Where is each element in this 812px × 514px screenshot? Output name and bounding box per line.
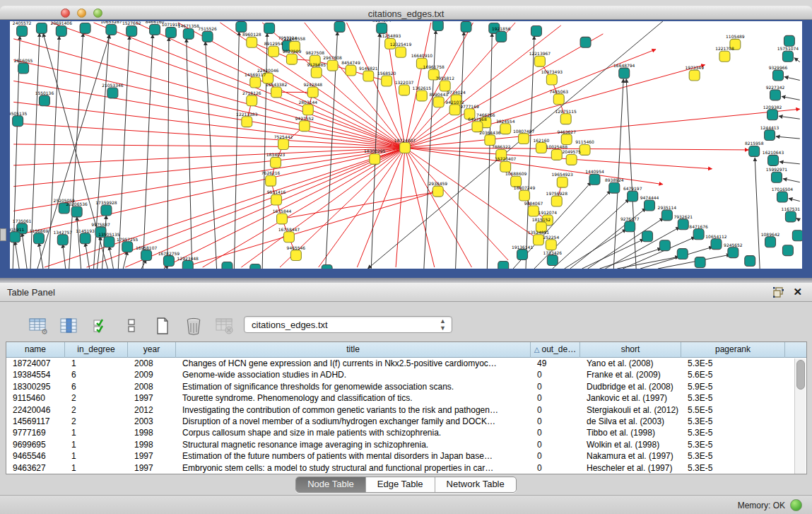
graph-node[interactable]: 1973349 [685,65,704,81]
graph-node[interactable]: 8938924 [605,177,624,193]
graph-node[interactable] [433,21,443,30]
graph-node[interactable]: 10807487 [513,129,535,144]
graph-node[interactable] [642,231,653,242]
graph-node[interactable]: 1440954 [585,169,604,185]
graph-node[interactable] [782,245,793,256]
graph-node[interactable] [250,264,261,269]
graph-node[interactable]: 8134074 [372,21,392,33]
table-row[interactable]: 2242004622012Investigating the contribut… [6,404,806,416]
table-row[interactable]: 911546021997Tourette syndrome. Phenomeno… [6,392,806,404]
graph-node[interactable]: 6479197 [623,186,642,201]
graph-node[interactable]: 1089642 [761,232,780,247]
vertical-scrollbar[interactable] [794,358,806,474]
create-column-icon[interactable] [153,316,172,336]
scrollbar-thumb[interactable] [796,360,805,390]
graph-node[interactable] [322,265,332,269]
table-row[interactable]: 1938455462009Genome-wide association stu… [6,369,806,380]
table-row[interactable]: 1872400712008Changes of HCN gene express… [6,358,806,369]
graph-node[interactable]: 1221708 [715,46,734,62]
row-height-icon[interactable] [122,316,141,336]
graph-node[interactable]: 1733426 [543,250,563,266]
table-row[interactable]: 946554611997Estimation of the future num… [6,450,806,462]
graph-node[interactable]: 19756928 [546,191,568,206]
graph-node[interactable]: 9463627 [557,129,576,145]
graph-node[interactable]: 19136141 [512,245,534,260]
graph-node[interactable]: 2938459 [428,181,447,197]
graph-node[interactable]: 7485063 [550,89,569,105]
graph-node[interactable]: 10688609 [505,171,527,187]
float-panel-icon[interactable] [773,287,784,298]
table-row[interactable]: 1456911722003Disruption of a novel membe… [6,416,806,427]
graph-node[interactable]: 20364436 [479,130,501,146]
graph-node[interactable]: 9531416 [267,189,286,205]
graph-node[interactable]: 17016504 [772,187,794,202]
graph-node[interactable]: 15720407 [495,156,517,172]
table-mode-icon[interactable]: ⚙ [28,316,48,336]
graph-node[interactable] [659,240,670,251]
graph-node[interactable] [36,23,47,33]
graph-node[interactable]: 19654923 [552,172,574,187]
graph-node[interactable]: 12213967 [529,51,551,66]
graph-node[interactable] [784,35,794,46]
graph-node[interactable]: 16543382 [266,82,288,98]
graph-node[interactable]: 12975115 [555,109,577,124]
network-view[interactable]: 1872400724055722069140610653287152760284… [10,21,802,269]
column-header-out_degree[interactable]: △out_de… [531,342,580,358]
graph-node[interactable]: 16648794 [613,63,635,78]
graph-node[interactable]: 1342757 [54,230,73,245]
graph-node[interactable] [498,262,509,269]
table-row[interactable]: 946362711997Embryonic stem cells: a mode… [6,462,806,474]
graph-node[interactable]: 14671358 [178,23,200,39]
table-selector-dropdown[interactable]: citations_edges.txt ▲▼ [244,316,452,333]
show-columns-icon[interactable] [59,316,79,336]
table-row[interactable]: 1830029562008Estimation of significance … [6,381,806,392]
graph-node[interactable]: 1568520 [377,71,396,86]
graph-node[interactable]: 15751074 [777,46,799,62]
graph-node[interactable]: 1322037 [395,80,414,95]
graph-node[interactable]: 1244413 [760,125,779,141]
column-header-year[interactable]: year [128,342,176,358]
graph-node[interactable] [236,21,247,32]
graph-node[interactable] [792,230,802,241]
graph-node[interactable]: 9276177 [620,216,640,232]
graph-node[interactable]: 2405572 [13,21,32,36]
graph-node[interactable]: 8454749 [341,60,360,76]
graph-node[interactable]: 1527602 [122,21,141,36]
graph-node[interactable]: 2049575 [562,149,581,165]
graph-node[interactable] [677,249,688,259]
tab-network-table[interactable]: Network Table [435,477,516,492]
window-titlebar[interactable]: citations_edges.txt [0,6,812,20]
graph-node[interactable]: 9146821 [359,66,378,81]
table-row[interactable]: 969969511998Structural magnetic resonanc… [6,439,806,450]
graph-node[interactable]: 16210643 [763,150,784,165]
graph-node[interactable] [695,257,705,268]
graph-node[interactable]: 16958107 [136,245,158,261]
graph-node[interactable]: 9227342 [766,85,785,100]
graph-node[interactable] [745,256,755,267]
column-header-in_degree[interactable]: in_degree [65,342,128,358]
graph-node[interactable] [264,23,275,33]
graph-node[interactable]: 9329966 [769,65,788,81]
column-header-title[interactable]: title [176,342,531,358]
graph-node[interactable] [334,21,345,32]
graph-node[interactable]: 12923448 [177,256,199,269]
tab-edge-table[interactable]: Edge Table [366,477,435,492]
graph-node[interactable]: 2803144 [299,100,318,115]
graph-node[interactable]: 7525442 [274,134,293,150]
graph-node[interactable]: 16758447 [278,227,300,243]
graph-node[interactable]: 7955812 [435,76,454,91]
graph-node[interactable]: 10973493 [541,69,563,85]
graph-node[interactable] [80,23,90,33]
column-header-short[interactable]: short [580,342,681,358]
graph-node[interactable] [531,25,541,36]
graph-node[interactable] [461,21,471,32]
delete-columns-icon[interactable] [184,316,204,336]
graph-node[interactable]: 15992971 [766,167,788,182]
column-header-name[interactable]: name [6,342,65,358]
graph-node[interactable] [580,37,591,47]
tab-node-table[interactable]: Node Table [296,477,366,492]
graph-node[interactable]: 2616055 [14,58,33,74]
column-header-pagerank[interactable]: pagerank [681,342,785,358]
table-row[interactable]: 977716911998Corpus callosum shape and si… [6,427,806,438]
graph-node[interactable]: 1921856 [492,26,511,42]
